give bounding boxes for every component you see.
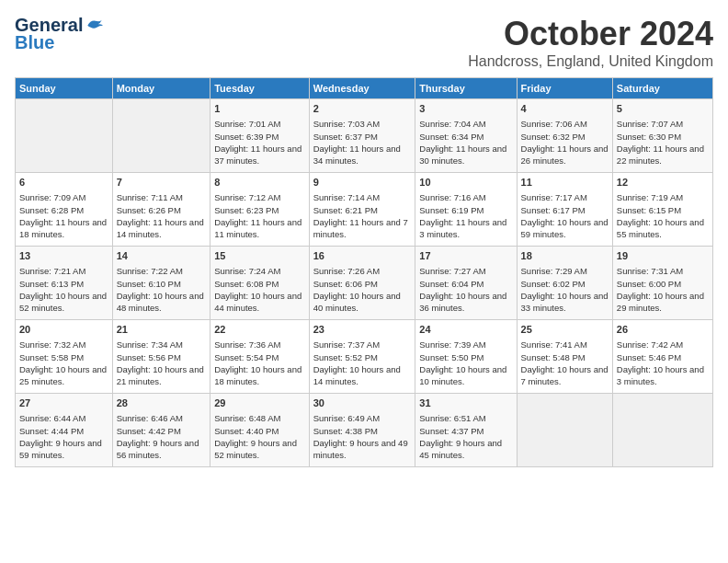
day-number: 8 — [214, 176, 305, 190]
sunrise: Sunrise: 7:19 AM — [617, 192, 683, 202]
calendar-cell: 2Sunrise: 7:03 AMSunset: 6:37 PMDaylight… — [309, 99, 415, 173]
calendar-cell: 12Sunrise: 7:19 AMSunset: 6:15 PMDayligh… — [612, 173, 712, 247]
day-number: 20 — [19, 323, 108, 337]
sunset: Sunset: 6:26 PM — [117, 205, 181, 215]
calendar-cell: 20Sunrise: 7:32 AMSunset: 5:58 PMDayligh… — [16, 320, 113, 394]
calendar-week-row: 13Sunrise: 7:21 AMSunset: 6:13 PMDayligh… — [16, 247, 713, 320]
daylight: Daylight: 9 hours and 45 minutes. — [419, 438, 502, 460]
calendar-cell — [112, 99, 210, 173]
day-number: 9 — [313, 176, 412, 190]
day-number: 30 — [313, 396, 412, 410]
day-header-monday: Monday — [112, 78, 210, 99]
daylight: Daylight: 11 hours and 11 minutes. — [214, 217, 301, 239]
calendar-cell — [16, 99, 113, 173]
sunrise: Sunrise: 7:12 AM — [214, 192, 280, 202]
calendar-cell: 22Sunrise: 7:36 AMSunset: 5:54 PMDayligh… — [210, 320, 310, 394]
day-number: 22 — [214, 323, 305, 337]
calendar-cell: 31Sunrise: 6:51 AMSunset: 4:37 PMDayligh… — [415, 394, 517, 467]
calendar-cell: 18Sunrise: 7:29 AMSunset: 6:02 PMDayligh… — [517, 247, 612, 320]
sunrise: Sunrise: 7:36 AM — [214, 339, 280, 350]
calendar-cell: 3Sunrise: 7:04 AMSunset: 6:34 PMDaylight… — [415, 99, 517, 173]
day-number: 5 — [617, 102, 709, 116]
day-header-wednesday: Wednesday — [309, 78, 415, 99]
calendar-cell: 11Sunrise: 7:17 AMSunset: 6:17 PMDayligh… — [517, 173, 612, 247]
sunrise: Sunrise: 6:44 AM — [19, 413, 85, 423]
daylight: Daylight: 11 hours and 30 minutes. — [419, 144, 506, 166]
daylight: Daylight: 11 hours and 14 minutes. — [117, 217, 204, 239]
sunset: Sunset: 6:34 PM — [419, 132, 483, 142]
sunset: Sunset: 6:19 PM — [419, 205, 483, 215]
day-number: 10 — [419, 176, 512, 190]
day-number: 31 — [419, 396, 512, 410]
daylight: Daylight: 10 hours and 40 minutes. — [313, 291, 401, 313]
sunset: Sunset: 6:04 PM — [419, 279, 483, 289]
day-header-sunday: Sunday — [16, 78, 113, 99]
sunrise: Sunrise: 7:01 AM — [214, 119, 280, 129]
calendar-header-row: SundayMondayTuesdayWednesdayThursdayFrid… — [16, 78, 713, 99]
daylight: Daylight: 9 hours and 59 minutes. — [19, 438, 102, 460]
sunrise: Sunrise: 7:14 AM — [313, 192, 380, 202]
daylight: Daylight: 11 hours and 22 minutes. — [617, 144, 704, 166]
calendar-cell: 26Sunrise: 7:42 AMSunset: 5:46 PMDayligh… — [612, 320, 712, 394]
sunrise: Sunrise: 7:17 AM — [521, 192, 587, 202]
sunrise: Sunrise: 7:06 AM — [521, 119, 587, 129]
sunset: Sunset: 5:48 PM — [521, 352, 586, 362]
day-number: 18 — [521, 249, 609, 263]
daylight: Daylight: 10 hours and 7 minutes. — [521, 364, 609, 386]
logo: General Blue — [15, 15, 103, 53]
calendar-cell: 30Sunrise: 6:49 AMSunset: 4:38 PMDayligh… — [309, 394, 415, 467]
day-header-tuesday: Tuesday — [210, 78, 310, 99]
sunrise: Sunrise: 6:51 AM — [419, 413, 485, 423]
sunset: Sunset: 6:23 PM — [214, 205, 279, 215]
day-number: 25 — [521, 323, 609, 337]
daylight: Daylight: 10 hours and 59 minutes. — [521, 217, 609, 239]
sunrise: Sunrise: 7:42 AM — [617, 339, 683, 350]
sunset: Sunset: 6:08 PM — [214, 279, 279, 289]
sunset: Sunset: 6:00 PM — [617, 279, 681, 289]
calendar-cell: 14Sunrise: 7:22 AMSunset: 6:10 PMDayligh… — [112, 247, 210, 320]
sunset: Sunset: 5:56 PM — [117, 352, 181, 362]
calendar-cell: 21Sunrise: 7:34 AMSunset: 5:56 PMDayligh… — [112, 320, 210, 394]
calendar-cell — [517, 394, 612, 467]
daylight: Daylight: 10 hours and 36 minutes. — [419, 291, 506, 313]
sunset: Sunset: 5:46 PM — [617, 352, 681, 362]
calendar-cell: 24Sunrise: 7:39 AMSunset: 5:50 PMDayligh… — [415, 320, 517, 394]
daylight: Daylight: 10 hours and 44 minutes. — [214, 291, 301, 313]
sunset: Sunset: 6:39 PM — [214, 132, 279, 142]
sunrise: Sunrise: 7:39 AM — [419, 339, 485, 350]
calendar-table: SundayMondayTuesdayWednesdayThursdayFrid… — [15, 77, 713, 467]
month-title: October 2024 — [468, 15, 713, 53]
sunset: Sunset: 6:17 PM — [521, 205, 586, 215]
sunrise: Sunrise: 7:27 AM — [419, 266, 485, 276]
daylight: Daylight: 11 hours and 34 minutes. — [313, 144, 401, 166]
sunrise: Sunrise: 7:04 AM — [419, 119, 485, 129]
day-number: 26 — [617, 323, 709, 337]
calendar-body: 1Sunrise: 7:01 AMSunset: 6:39 PMDaylight… — [16, 99, 713, 467]
sunset: Sunset: 5:50 PM — [419, 352, 483, 362]
day-number: 19 — [617, 249, 709, 263]
calendar-cell: 5Sunrise: 7:07 AMSunset: 6:30 PMDaylight… — [612, 99, 712, 173]
day-number: 16 — [313, 249, 412, 263]
sunset: Sunset: 4:37 PM — [419, 426, 483, 436]
daylight: Daylight: 9 hours and 52 minutes. — [214, 438, 297, 460]
daylight: Daylight: 10 hours and 21 minutes. — [117, 364, 204, 386]
calendar-week-row: 1Sunrise: 7:01 AMSunset: 6:39 PMDaylight… — [16, 99, 713, 173]
sunset: Sunset: 4:42 PM — [117, 426, 181, 436]
day-number: 3 — [419, 102, 512, 116]
sunrise: Sunrise: 7:16 AM — [419, 192, 485, 202]
day-number: 27 — [19, 396, 108, 410]
daylight: Daylight: 10 hours and 14 minutes. — [313, 364, 401, 386]
sunrise: Sunrise: 7:41 AM — [521, 339, 587, 350]
calendar-cell: 1Sunrise: 7:01 AMSunset: 6:39 PMDaylight… — [210, 99, 310, 173]
day-number: 13 — [19, 249, 108, 263]
calendar-cell: 17Sunrise: 7:27 AMSunset: 6:04 PMDayligh… — [415, 247, 517, 320]
day-number: 15 — [214, 249, 305, 263]
day-number: 12 — [617, 176, 709, 190]
location: Handcross, England, United Kingdom — [468, 53, 713, 70]
calendar-cell — [612, 394, 712, 467]
sunrise: Sunrise: 6:46 AM — [117, 413, 183, 423]
sunrise: Sunrise: 7:11 AM — [117, 192, 183, 202]
calendar-cell: 4Sunrise: 7:06 AMSunset: 6:32 PMDaylight… — [517, 99, 612, 173]
daylight: Daylight: 11 hours and 7 minutes. — [313, 217, 408, 239]
sunrise: Sunrise: 7:21 AM — [19, 266, 85, 276]
